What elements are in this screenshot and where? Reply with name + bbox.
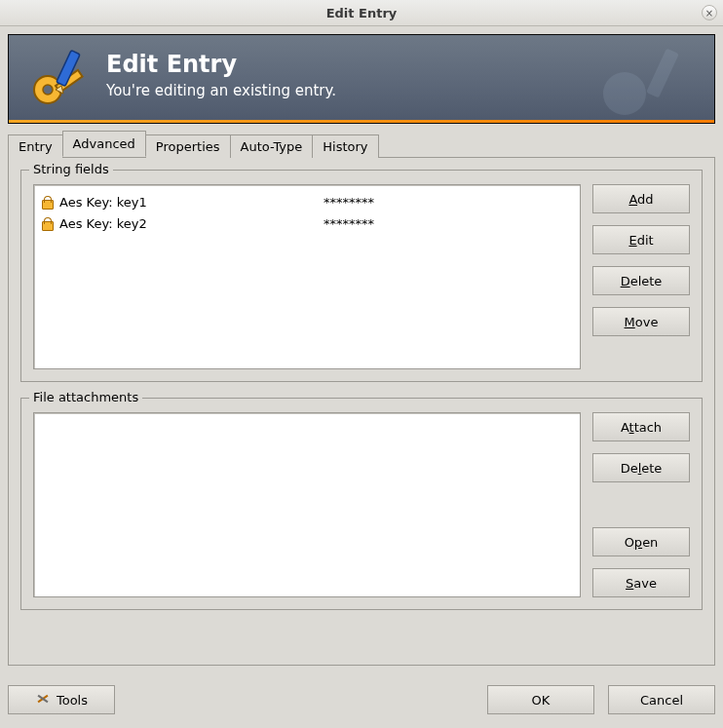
svg-rect-6 [646, 48, 679, 97]
ok-button[interactable]: OK [487, 685, 594, 714]
button-label: Open [625, 535, 659, 550]
svg-point-1 [43, 85, 53, 95]
file-attachments-group: File attachments Attach Delete Open Save [20, 398, 703, 610]
svg-point-5 [603, 72, 646, 115]
tools-button[interactable]: Tools [8, 685, 115, 714]
tab-auto-type[interactable]: Auto-Type [230, 134, 314, 158]
string-fields-move-button[interactable]: Move [592, 307, 690, 336]
button-label: Cancel [640, 693, 683, 708]
string-fields-edit-button[interactable]: Edit [592, 225, 690, 254]
string-field-name: Aes Key: key2 [59, 216, 318, 231]
close-icon: × [705, 8, 713, 19]
string-field-name: Aes Key: key1 [59, 195, 318, 210]
button-label: Save [626, 576, 657, 591]
file-attachments-attach-button[interactable]: Attach [592, 412, 690, 441]
string-fields-legend: String fields [29, 162, 113, 176]
tabstrip: Entry Advanced Properties Auto-Type Hist… [8, 132, 715, 157]
button-label: Edit [628, 233, 653, 248]
string-field-row[interactable]: Aes Key: key2 ******** [36, 212, 578, 234]
string-field-value: ******** [323, 216, 374, 231]
cancel-button[interactable]: Cancel [608, 685, 715, 714]
button-label: Tools [57, 693, 88, 708]
titlebar: Edit Entry × [0, 0, 723, 26]
key-pencil-icon-ghost [588, 43, 704, 124]
button-label: Add [628, 192, 653, 207]
tab-history[interactable]: History [312, 134, 378, 158]
file-attachments-list[interactable] [33, 412, 581, 597]
tab-properties[interactable]: Properties [145, 134, 231, 158]
string-fields-add-button[interactable]: Add [592, 184, 690, 213]
file-attachments-legend: File attachments [29, 390, 142, 404]
lock-icon [40, 216, 54, 230]
dialog-heading: Edit Entry [106, 51, 336, 78]
tools-icon [35, 691, 51, 709]
button-label: Move [625, 315, 659, 329]
string-field-row[interactable]: Aes Key: key1 ******** [36, 191, 578, 212]
tabpage-advanced: String fields Aes Key: key1 ******** Aes… [8, 157, 715, 666]
lock-icon [40, 195, 54, 209]
tab-advanced[interactable]: Advanced [62, 131, 146, 157]
file-attachments-open-button[interactable]: Open [592, 527, 690, 556]
tab-entry[interactable]: Entry [8, 134, 63, 158]
string-fields-group: String fields Aes Key: key1 ******** Aes… [20, 170, 703, 382]
string-fields-list[interactable]: Aes Key: key1 ******** Aes Key: key2 ***… [33, 184, 581, 369]
file-attachments-delete-button[interactable]: Delete [592, 453, 690, 482]
button-label: Delete [621, 461, 663, 476]
close-button[interactable]: × [702, 5, 717, 20]
button-label: OK [532, 693, 551, 708]
dialog-button-bar: Tools OK Cancel [8, 685, 715, 714]
string-field-value: ******** [323, 195, 374, 210]
window-title: Edit Entry [0, 6, 723, 20]
file-attachments-save-button[interactable]: Save [592, 568, 690, 597]
button-label: Delete [621, 274, 663, 288]
dialog-header: Edit Entry You're editing an existing en… [8, 34, 715, 124]
button-label: Attach [621, 420, 662, 435]
dialog-subheading: You're editing an existing entry. [106, 82, 336, 99]
key-pencil-icon [26, 47, 93, 116]
dialog-content: Entry Advanced Properties Auto-Type Hist… [8, 132, 715, 666]
string-fields-delete-button[interactable]: Delete [592, 266, 690, 295]
